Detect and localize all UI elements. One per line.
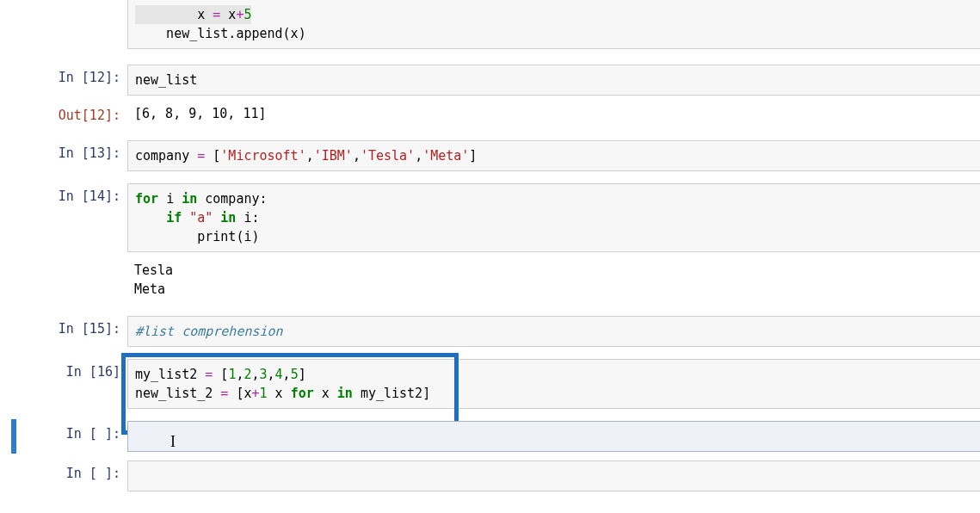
prompt-out: Out[12]: xyxy=(0,102,127,123)
prompt-in: In [12]: xyxy=(0,65,127,85)
code-cell-15[interactable]: In [15]: #list comprehension xyxy=(0,316,980,347)
prompt-in: In [ ]: xyxy=(0,421,127,442)
code-cell-empty[interactable]: In [ ]: xyxy=(0,460,980,491)
code-cell[interactable]: x = x+5 new_list.append(x) xyxy=(0,0,980,49)
code-input[interactable]: x = x+5 new_list.append(x) xyxy=(127,0,980,49)
prompt-in xyxy=(0,0,127,5)
prompt-in: In [ ]: xyxy=(0,460,127,481)
output-cell-12: Out[12]: [6, 8, 9, 10, 11] xyxy=(0,102,980,128)
prompt-empty xyxy=(0,259,127,264)
cell-output: [6, 8, 9, 10, 11] xyxy=(127,102,980,128)
code-input[interactable]: for i in company: if "a" in i: print(i) xyxy=(127,183,980,252)
code-cell-14[interactable]: In [14]: for i in company: if "a" in i: … xyxy=(0,183,980,252)
prompt-in: In [16] xyxy=(0,359,127,380)
notebook: x = x+5 new_list.append(x) In [12]: new_… xyxy=(0,0,980,491)
prompt-in: In [15]: xyxy=(0,316,127,337)
code-input[interactable] xyxy=(127,421,980,452)
code-input[interactable]: new_list xyxy=(127,65,980,96)
prompt-in: In [14]: xyxy=(0,183,127,204)
output-cell-14: Tesla Meta xyxy=(0,259,980,304)
code-cell-13[interactable]: In [13]: company = ['Microsoft','IBM','T… xyxy=(0,140,980,171)
code-input[interactable] xyxy=(127,460,980,491)
code-input[interactable]: company = ['Microsoft','IBM','Tesla','Me… xyxy=(127,140,980,171)
code-input[interactable]: my_list2 = [1,2,3,4,5] new_list_2 = [x+1… xyxy=(127,359,980,409)
code-cell-empty-selected[interactable]: In [ ]: I xyxy=(0,421,980,452)
prompt-in: In [13]: xyxy=(0,140,127,161)
code-cell-16[interactable]: In [16] my_list2 = [1,2,3,4,5] new_list_… xyxy=(0,359,980,409)
code-cell-12[interactable]: In [12]: new_list xyxy=(0,65,980,96)
cell-output: Tesla Meta xyxy=(127,259,980,304)
code-input[interactable]: #list comprehension xyxy=(127,316,980,347)
selection-bar xyxy=(11,419,16,454)
